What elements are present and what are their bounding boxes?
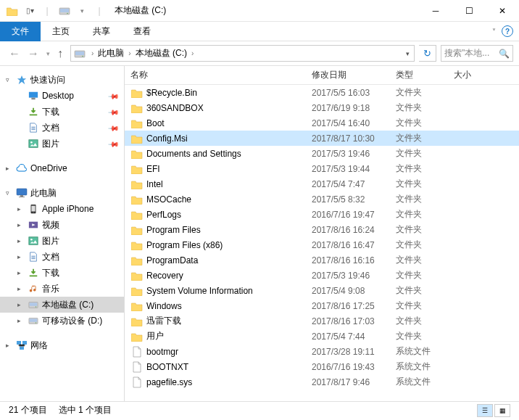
file-row[interactable]: Boot2017/5/4 16:40文件夹 (125, 115, 519, 131)
expand-icon[interactable]: ▸ (17, 221, 25, 228)
file-row[interactable]: PerfLogs2016/7/16 19:47文件夹 (125, 207, 519, 222)
window-title: 本地磁盘 (C:) (112, 4, 419, 17)
share-tab[interactable]: 共享 (81, 22, 122, 41)
sidebar-item-label: 图片 (42, 235, 59, 247)
sidebar-item-label: Desktop (42, 91, 74, 101)
minimize-button[interactable]: ─ (419, 0, 452, 22)
file-name: Boot (146, 118, 165, 128)
expand-icon[interactable]: ▸ (17, 301, 25, 308)
help-icon[interactable]: ? (502, 25, 513, 37)
file-date: 2017/8/16 17:25 (312, 301, 396, 311)
sidebar-item[interactable]: 文档📌 (0, 120, 124, 136)
close-button[interactable]: ✕ (486, 0, 519, 22)
expand-icon[interactable]: ▸ (17, 205, 25, 213)
breadcrumb-drive[interactable]: 本地磁盘 (C:) (134, 47, 188, 59)
sidebar-network[interactable]: ▸ 网络 (0, 337, 124, 353)
file-icon (130, 346, 144, 358)
file-row[interactable]: 360SANDBOX2017/6/19 9:18文件夹 (125, 100, 519, 115)
nav-up-button[interactable]: ↑ (54, 46, 66, 62)
file-row[interactable]: Program Files (x86)2017/8/16 16:47文件夹 (125, 237, 519, 252)
sidebar-item[interactable]: ▸可移动设备 (D:) (0, 313, 124, 329)
qat-toolbar-icon[interactable]: ▯▾ (22, 3, 38, 19)
ribbon-collapse-icon[interactable]: ˅ (492, 28, 496, 36)
sidebar-item[interactable]: ▸下载 (0, 265, 124, 281)
icons-view-button[interactable]: ▦ (494, 404, 510, 417)
sidebar-item[interactable]: ▸Apple iPhone (0, 201, 124, 217)
file-row[interactable]: ProgramData2017/8/16 16:16文件夹 (125, 252, 519, 268)
file-row[interactable]: 用户2017/5/4 7:44文件夹 (125, 329, 519, 344)
sidebar-item[interactable]: 图片📌 (0, 136, 124, 152)
file-row[interactable]: $Recycle.Bin2017/5/5 16:03文件夹 (125, 85, 519, 100)
sidebar-onedrive[interactable]: ▸ OneDrive (0, 160, 124, 176)
sidebar-item[interactable]: Desktop📌 (0, 88, 124, 104)
sidebar-item[interactable]: ▸音乐 (0, 281, 124, 297)
file-row[interactable]: pagefile.sys2017/8/17 9:46系统文件 (125, 374, 519, 390)
file-row[interactable]: System Volume Information2017/5/4 9:08文件… (125, 283, 519, 298)
expand-icon[interactable]: ▸ (6, 165, 13, 172)
column-type[interactable]: 类型 (396, 69, 454, 81)
file-row[interactable]: Intel2017/5/4 7:47文件夹 (125, 176, 519, 192)
expand-icon[interactable]: ▿ (6, 189, 13, 197)
file-row[interactable]: EFI2017/5/3 19:44文件夹 (125, 161, 519, 176)
search-icon[interactable]: 🔍 (499, 49, 510, 59)
chevron-right-icon[interactable]: › (125, 49, 133, 57)
search-input[interactable]: 搜索"本地... 🔍 (441, 45, 513, 62)
expand-icon[interactable]: ▸ (17, 269, 25, 276)
column-date[interactable]: 修改日期 (312, 69, 396, 81)
sidebar-item[interactable]: ▸图片 (0, 233, 124, 249)
file-name: PerfLogs (146, 210, 181, 220)
refresh-button[interactable]: ↻ (419, 45, 436, 62)
sidebar-item[interactable]: ▸本地磁盘 (C:) (0, 297, 124, 313)
file-row[interactable]: Config.Msi2017/8/17 10:30文件夹 (125, 131, 519, 146)
nav-history-button[interactable]: ▾ (43, 49, 53, 59)
column-size[interactable]: 大小 (454, 69, 519, 81)
sidebar-item[interactable]: 下载📌 (0, 104, 124, 120)
file-tab[interactable]: 文件 (0, 22, 41, 41)
breadcrumb-thispc[interactable]: 此电脑 (96, 47, 125, 59)
pin-icon: 📌 (108, 138, 120, 149)
file-type: 文件夹 (396, 223, 454, 236)
expand-icon[interactable]: ▿ (6, 76, 13, 83)
file-row[interactable]: bootmgr2017/3/28 19:11系统文件 (125, 344, 519, 359)
file-row[interactable]: Program Files2017/8/16 16:24文件夹 (125, 222, 519, 237)
sidebar-item-label: Apple iPhone (42, 204, 94, 214)
folder-icon (130, 255, 144, 266)
sidebar-item-label: 文档 (42, 122, 59, 134)
sidebar-item[interactable]: ▸视频 (0, 217, 124, 233)
breadcrumb[interactable]: › 此电脑 › 本地磁盘 (C:) › (88, 47, 402, 59)
file-row[interactable]: Windows2017/8/16 17:25文件夹 (125, 298, 519, 313)
nav-forward-button[interactable]: → (25, 46, 42, 62)
sidebar-quickaccess[interactable]: ▿ 快速访问 (0, 72, 124, 88)
nav-back-button[interactable]: ← (6, 46, 23, 62)
file-row[interactable]: MSOCache2017/5/5 8:32文件夹 (125, 192, 519, 207)
home-tab[interactable]: 主页 (41, 22, 81, 41)
file-icon (130, 376, 144, 388)
file-name: 用户 (146, 330, 164, 342)
folder-icon (130, 285, 144, 297)
file-type: 系统文件 (396, 345, 454, 358)
file-row[interactable]: 迅雷下载2017/8/16 17:03文件夹 (125, 313, 519, 329)
sidebar-thispc[interactable]: ▿ 此电脑 (0, 185, 124, 201)
file-row[interactable]: BOOTNXT2016/7/16 19:43系统文件 (125, 359, 519, 374)
file-name: System Volume Information (146, 286, 253, 296)
address-dropdown-icon[interactable]: ▾ (402, 50, 414, 57)
breadcrumb-drive-icon[interactable] (71, 49, 88, 59)
chevron-right-icon[interactable]: › (188, 49, 196, 57)
file-name: ProgramData (146, 255, 198, 265)
file-date: 2017/5/4 7:44 (312, 332, 396, 342)
column-name[interactable]: 名称 (130, 69, 312, 81)
expand-icon[interactable]: ▸ (17, 285, 25, 292)
file-row[interactable]: Recovery2017/5/3 19:46文件夹 (125, 268, 519, 283)
expand-icon[interactable]: ▸ (17, 237, 25, 244)
file-row[interactable]: Documents and Settings2017/5/3 19:46文件夹 (125, 146, 519, 161)
expand-icon[interactable]: ▸ (17, 253, 25, 260)
expand-icon[interactable]: ▸ (6, 342, 13, 349)
file-date: 2017/5/3 19:44 (312, 164, 396, 174)
sidebar-item[interactable]: ▸文档 (0, 249, 124, 265)
view-tab[interactable]: 查看 (122, 22, 162, 41)
details-view-button[interactable]: ☰ (477, 404, 493, 417)
chevron-right-icon[interactable]: › (88, 49, 96, 57)
column-header[interactable]: 名称 修改日期 类型 大小 (125, 66, 519, 85)
maximize-button[interactable]: ☐ (452, 0, 486, 22)
expand-icon[interactable]: ▸ (17, 317, 25, 324)
